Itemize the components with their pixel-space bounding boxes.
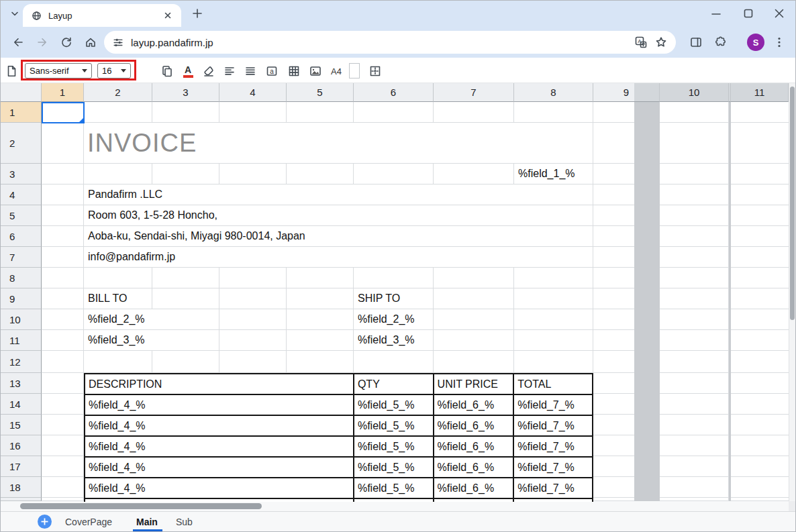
align-justify-icon[interactable] [242,63,258,79]
url-bar[interactable]: layup.pandafirm.jp A [104,31,676,54]
cell[interactable] [42,435,84,456]
paper-size-label[interactable]: A4 [328,63,345,79]
cell[interactable] [731,123,789,164]
cell[interactable] [354,351,434,373]
column-header[interactable]: 11 [731,83,789,102]
cell[interactable] [731,351,789,373]
field-cell[interactable]: %field_4_% [85,395,354,416]
cell[interactable] [434,164,514,184]
vertical-scrollbar-thumb[interactable] [790,87,795,320]
cell[interactable] [731,226,789,247]
cell[interactable] [219,102,287,123]
table-header-unit-price[interactable]: UNIT PRICE [434,374,515,395]
cell[interactable] [731,247,789,268]
cell[interactable] [660,164,729,184]
address-cell[interactable]: Room 603, 1-5-28 Honcho, [84,205,593,226]
row-header[interactable]: 12 [0,351,42,373]
cell[interactable] [84,351,152,373]
cell[interactable] [42,268,84,288]
cell[interactable] [593,247,634,268]
bookmark-star-icon[interactable] [654,36,668,49]
cell[interactable] [354,164,434,184]
cell[interactable] [42,205,84,226]
cell[interactable] [287,268,354,288]
cell[interactable] [287,309,354,330]
cell[interactable] [219,164,287,184]
cell[interactable] [287,330,354,351]
cell[interactable] [593,351,634,373]
cell[interactable] [152,102,219,123]
extensions-puzzle-icon[interactable] [711,34,729,51]
cell[interactable] [219,288,287,309]
cell[interactable] [434,351,514,373]
field-cell[interactable]: %field_7_% [514,437,593,458]
column-header[interactable]: 8 [514,83,593,102]
cell[interactable] [354,499,434,502]
cell[interactable] [42,456,84,477]
cell[interactable] [660,477,729,498]
site-settings-icon[interactable] [112,36,124,48]
cell[interactable] [42,330,84,351]
cell[interactable] [593,477,634,498]
cell[interactable] [731,184,789,205]
cell[interactable] [514,330,593,351]
email-cell[interactable]: info@pandafirm.jp [84,247,593,268]
bill-to-label-cell[interactable]: BILL TO [84,288,152,309]
row-header[interactable]: 1 [0,102,42,123]
font-family-select[interactable]: Sans-serif [25,63,92,78]
cell[interactable] [42,373,84,394]
home-icon[interactable] [82,34,99,51]
cell[interactable] [152,351,219,373]
font-size-select[interactable]: 16 [97,63,131,78]
cell[interactable] [593,288,634,309]
row-header[interactable]: 3 [0,164,42,184]
cell[interactable] [152,268,219,288]
cell[interactable] [84,268,152,288]
cell[interactable] [219,330,287,351]
sheet-tab-sub[interactable]: Sub [176,511,193,532]
cell[interactable] [434,288,514,309]
cell[interactable] [42,184,84,205]
field-cell[interactable]: %field_4_% [85,437,354,458]
cell[interactable] [514,288,593,309]
field-cell[interactable]: %field_5_% [354,478,434,499]
cell[interactable] [434,330,514,351]
row-header[interactable]: 14 [0,394,42,415]
cell[interactable] [593,373,634,394]
cell[interactable] [731,394,789,415]
border-settings-icon[interactable] [367,63,383,79]
cell[interactable] [219,351,287,373]
cell[interactable] [731,330,789,351]
browser-tab[interactable]: Layup [23,4,181,27]
cell[interactable] [42,288,84,309]
chevron-down-icon[interactable] [8,7,21,20]
invoice-title-cell[interactable]: INVOICE [84,123,593,164]
cell[interactable] [660,373,729,394]
cell[interactable] [42,123,84,164]
field-cell[interactable]: %field_6_% [434,416,515,437]
cell[interactable] [660,435,729,456]
cell[interactable] [434,309,514,330]
cell[interactable] [42,309,84,330]
sheet-tab-coverpage[interactable]: CoverPage [65,511,112,532]
add-sheet-button[interactable] [38,515,52,529]
cell[interactable] [731,164,789,184]
company-name-cell[interactable]: Pandafirm .LLC [84,184,593,205]
row-header[interactable]: 5 [0,205,42,226]
row-header[interactable]: 15 [0,415,42,435]
profile-avatar[interactable]: S [747,34,764,51]
row-header[interactable]: 13 [0,373,42,394]
column-header[interactable]: 7 [434,83,514,102]
cell[interactable] [593,435,634,456]
cell[interactable] [593,330,634,351]
cell[interactable] [593,184,634,205]
cell[interactable] [660,268,729,288]
maximize-button[interactable] [738,5,758,21]
reload-icon[interactable] [58,34,75,51]
cell[interactable] [152,164,219,184]
field-cell[interactable]: %field_7_% [514,458,593,478]
cell[interactable] [42,415,84,435]
table-header-qty[interactable]: QTY [354,374,434,395]
field-cell[interactable]: %field_5_% [354,395,434,416]
cell[interactable] [42,164,84,184]
